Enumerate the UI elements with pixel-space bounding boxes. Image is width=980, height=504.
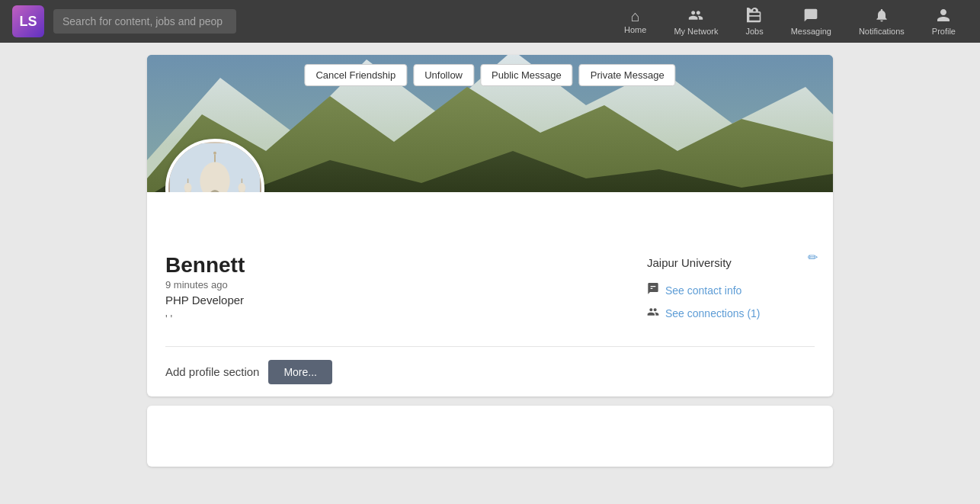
- network-icon: [688, 8, 703, 25]
- see-connections-link[interactable]: See connections (1): [647, 306, 815, 321]
- nav-my-network-label: My Network: [674, 27, 718, 36]
- cover-area: Cancel Friendship Unfollow Public Messag…: [147, 55, 833, 192]
- profile-quote: ' ': [165, 313, 629, 325]
- nav-home-label: Home: [624, 25, 646, 34]
- svg-point-10: [213, 152, 216, 155]
- nav-profile-label: Profile: [932, 27, 956, 36]
- nav-jobs[interactable]: Jobs: [733, 3, 775, 40]
- profile-info: ✏ Bennett 9 minutes ago PHP Developer ' …: [147, 238, 833, 396]
- profile-left: Bennett 9 minutes ago PHP Developer ' ': [165, 253, 629, 334]
- university-name: Jaipur University: [647, 256, 815, 269]
- nav-messaging-label: Messaging: [791, 27, 831, 36]
- svg-point-17: [238, 183, 245, 192]
- navbar-items: ⌂ Home My Network Jobs: [612, 3, 968, 40]
- second-card: [147, 406, 833, 467]
- more-button[interactable]: More...: [268, 360, 332, 384]
- private-message-button[interactable]: Private Message: [579, 64, 676, 86]
- search-input[interactable]: [53, 9, 236, 34]
- contact-icon: [647, 283, 659, 298]
- add-profile-section-button[interactable]: Add profile section: [165, 359, 259, 384]
- nav-notifications-label: Notifications: [859, 27, 905, 36]
- svg-point-14: [184, 183, 192, 192]
- messaging-icon: [803, 8, 818, 25]
- notifications-icon: [874, 8, 889, 25]
- public-message-button[interactable]: Public Message: [480, 64, 573, 86]
- nav-notifications[interactable]: Notifications: [847, 3, 917, 40]
- profile-name: Bennett: [165, 253, 629, 278]
- jobs-icon: [747, 8, 762, 25]
- navbar: LS ⌂ Home My Network Jobs: [0, 0, 980, 43]
- connections-icon: [647, 306, 659, 321]
- nav-jobs-label: Jobs: [745, 27, 763, 36]
- page-wrapper: Cancel Friendship Unfollow Public Messag…: [0, 0, 980, 504]
- profile-layout: Bennett 9 minutes ago PHP Developer ' ' …: [165, 253, 815, 334]
- app-logo: LS: [12, 5, 44, 37]
- profile-actions: Add profile section More...: [165, 346, 815, 384]
- edit-pencil-icon[interactable]: ✏: [808, 250, 818, 265]
- home-icon: ⌂: [631, 8, 640, 24]
- see-contact-info-link[interactable]: See contact info: [647, 283, 815, 298]
- content-area: Cancel Friendship Unfollow Public Messag…: [147, 43, 833, 479]
- nav-home[interactable]: ⌂ Home: [612, 4, 658, 39]
- profile-title: PHP Developer: [165, 294, 629, 307]
- nav-profile[interactable]: Profile: [920, 3, 968, 40]
- see-connections-label: See connections (1): [665, 307, 761, 319]
- profile-card: Cancel Friendship Unfollow Public Messag…: [147, 55, 833, 396]
- profile-icon: [936, 8, 951, 25]
- profile-time: 9 minutes ago: [165, 279, 629, 291]
- nav-messaging[interactable]: Messaging: [779, 3, 844, 40]
- see-contact-info-label: See contact info: [665, 284, 741, 297]
- nav-my-network[interactable]: My Network: [661, 3, 730, 40]
- cancel-friendship-button[interactable]: Cancel Friendship: [304, 64, 407, 86]
- profile-right: Jaipur University See contact info: [647, 253, 815, 334]
- cover-actions: Cancel Friendship Unfollow Public Messag…: [304, 64, 675, 86]
- unfollow-button[interactable]: Unfollow: [413, 64, 474, 86]
